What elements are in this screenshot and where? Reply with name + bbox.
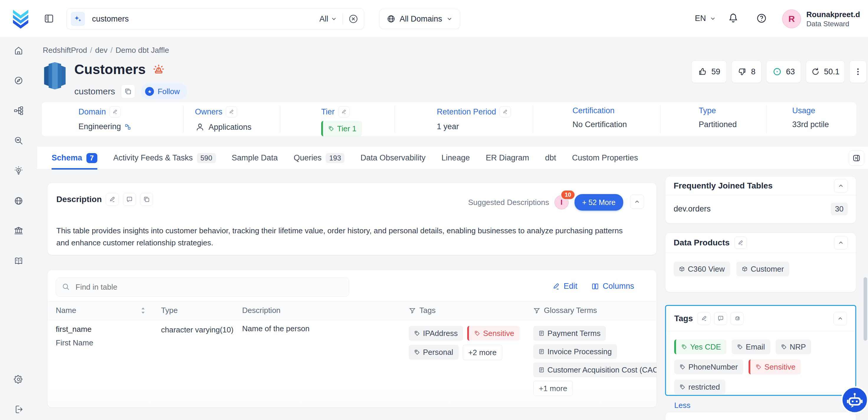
breadcrumb-item[interactable]: RedshiftProd	[43, 46, 87, 55]
rail-discover-compass-icon[interactable]	[11, 73, 26, 88]
edit-domain-icon[interactable]	[110, 106, 121, 117]
alert-siren-icon[interactable]	[152, 63, 165, 76]
assistant-bot-button[interactable]	[841, 386, 868, 414]
find-in-table-input[interactable]	[75, 282, 343, 292]
col-header-description[interactable]: Description	[242, 306, 280, 315]
downvotes-button[interactable]: 8	[732, 60, 762, 83]
more-glossary-chip[interactable]: +1 more	[533, 381, 573, 396]
all-domains-dropdown[interactable]: All Domains	[379, 9, 460, 29]
tag-chip[interactable]: restricted	[674, 380, 725, 394]
edit-data-products-icon[interactable]	[734, 237, 747, 249]
global-search-bar[interactable]: All	[66, 8, 364, 30]
tab-dbt[interactable]: dbt	[545, 147, 556, 170]
joined-table-row[interactable]: dev.orders 30	[665, 196, 856, 222]
more-tags-chip[interactable]: +2 more	[463, 345, 502, 360]
tag-chip[interactable]: Sensitive	[749, 360, 801, 374]
tab-schema[interactable]: Schema7	[52, 147, 97, 170]
user-menu[interactable]: R Rounakpreet.d Data Steward	[782, 9, 868, 28]
column-description[interactable]: Name of the person	[242, 324, 309, 333]
comment-tags-icon[interactable]	[714, 312, 727, 325]
copy-name-icon[interactable]	[121, 84, 135, 98]
joined-table-name[interactable]: dev.orders	[674, 204, 711, 214]
rail-web-globe-icon[interactable]	[11, 194, 26, 208]
collapse-description-icon[interactable]	[630, 195, 644, 209]
tab-activity-feeds[interactable]: Activity Feeds & Tasks590	[113, 147, 216, 170]
divider	[280, 106, 280, 133]
glossary-term-chip[interactable]: Payment Terms	[533, 326, 606, 341]
tag-chip[interactable]: IPAddress	[409, 326, 463, 341]
rail-insights-bulb-icon[interactable]	[11, 164, 26, 178]
data-product-chip[interactable]: C360 View	[674, 262, 730, 276]
collapse-data-products-icon[interactable]	[834, 236, 848, 249]
collapse-tags-icon[interactable]	[834, 312, 847, 325]
tag-chip[interactable]: Sensitive	[467, 326, 520, 341]
col-header-name[interactable]: Name	[56, 306, 146, 315]
find-in-table-box[interactable]	[56, 277, 349, 296]
owners-value[interactable]: Applications	[209, 123, 252, 132]
tag-chip[interactable]: Email	[732, 339, 770, 354]
tag-chip[interactable]: Personal	[409, 345, 459, 360]
tab-er-diagram[interactable]: ER Diagram	[486, 147, 529, 170]
tag-chip[interactable]: Yes CDE	[674, 339, 726, 354]
glossary-term-chip[interactable]: Invoice Processing	[533, 344, 617, 359]
tag-chip[interactable]: PhoneNumber	[674, 360, 743, 374]
upvotes-button[interactable]: 59	[691, 60, 727, 83]
popularity-button[interactable]: 63	[766, 60, 801, 83]
follow-button[interactable]: ★ Follow	[141, 84, 187, 99]
breadcrumb-item[interactable]: Demo dbt Jaffle	[116, 46, 169, 55]
domain-value[interactable]: Engineering	[79, 122, 121, 131]
rail-settings-gear-icon[interactable]	[11, 372, 26, 386]
columns-button[interactable]: Columns	[591, 282, 634, 291]
tab-sample-data[interactable]: Sample Data	[232, 147, 278, 170]
copy-tags-icon[interactable]	[731, 312, 744, 325]
tier-badge[interactable]: Tier 1	[321, 121, 362, 136]
data-product-chip[interactable]: Customer	[737, 262, 789, 276]
edit-retention-icon[interactable]	[500, 106, 511, 117]
collapse-frequently-joined-icon[interactable]	[834, 179, 848, 192]
tab-custom-properties[interactable]: Custom Properties	[572, 147, 638, 170]
language-dropdown[interactable]: EN	[695, 14, 716, 23]
search-scope-dropdown[interactable]: All	[319, 14, 337, 24]
sort-icon[interactable]	[141, 307, 146, 314]
expand-side-panel-icon[interactable]	[849, 150, 864, 166]
col-header-glossary[interactable]: Glossary Terms	[533, 306, 597, 315]
edit-description-icon[interactable]	[106, 193, 119, 206]
scrollbar-thumb[interactable]	[864, 277, 867, 341]
more-suggestions-button[interactable]: + 52 More	[575, 194, 623, 211]
sidebar-toggle-icon[interactable]	[44, 13, 54, 24]
copy-description-icon[interactable]	[140, 193, 153, 206]
kebab-menu-button[interactable]	[849, 60, 867, 83]
search-input[interactable]	[91, 14, 319, 24]
edit-tags-icon[interactable]	[698, 312, 711, 325]
comment-description-icon[interactable]	[123, 193, 136, 206]
show-less-link[interactable]: Less	[674, 401, 690, 410]
edit-table-button[interactable]: Edit	[552, 282, 578, 291]
tags-panel-selected[interactable]: Tags Yes CDE Email	[665, 305, 856, 396]
tag-chip[interactable]: NRP	[776, 339, 811, 354]
filter-funnel-icon[interactable]	[409, 307, 416, 314]
atlan-logo-icon[interactable]	[11, 8, 30, 29]
tab-lineage[interactable]: Lineage	[441, 147, 470, 170]
col-header-tags[interactable]: Tags	[409, 306, 436, 315]
edit-tier-icon[interactable]	[338, 106, 349, 117]
col-header-type[interactable]: Type	[161, 306, 178, 315]
suggested-avatar[interactable]: I 10	[555, 195, 569, 209]
globe-icon	[387, 14, 396, 23]
rail-observability-icon[interactable]	[11, 133, 26, 148]
rail-home-icon[interactable]	[11, 43, 26, 58]
rail-glossary-book-icon[interactable]	[11, 254, 26, 268]
glossary-term-chip[interactable]: Customer Acquisition Cost (CAC)	[533, 362, 657, 377]
column-name[interactable]: first_name	[56, 325, 91, 334]
rail-lineage-icon[interactable]	[11, 103, 26, 118]
help-icon[interactable]	[756, 13, 767, 24]
notifications-bell-icon[interactable]	[727, 12, 739, 24]
filter-funnel-icon[interactable]	[533, 307, 540, 314]
freshness-button[interactable]: 50.1	[806, 60, 845, 83]
tab-queries[interactable]: Queries193	[294, 147, 345, 170]
tab-data-observability[interactable]: Data Observability	[361, 147, 426, 170]
edit-owners-icon[interactable]	[226, 106, 237, 117]
rail-governance-bank-icon[interactable]	[11, 224, 26, 238]
clear-search-icon[interactable]	[348, 13, 359, 24]
rail-logout-icon[interactable]	[11, 402, 26, 417]
breadcrumb-item[interactable]: dev	[95, 46, 107, 55]
